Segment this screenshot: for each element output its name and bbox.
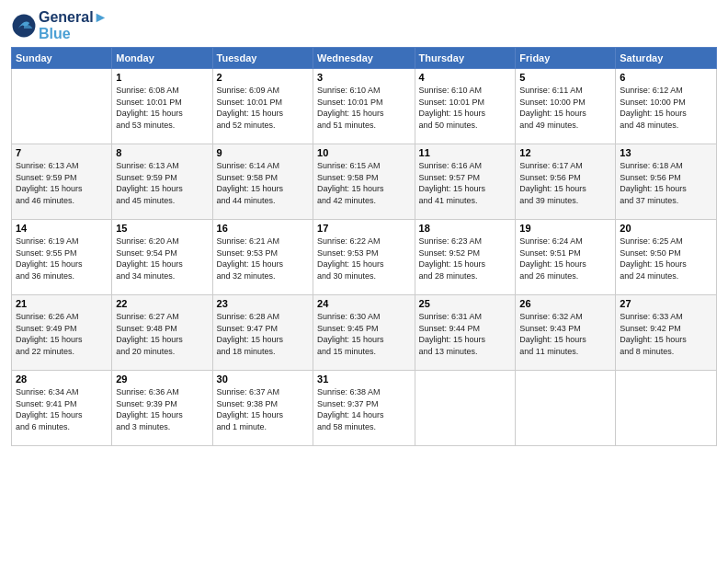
day-cell: 28Sunrise: 6:34 AM Sunset: 9:41 PM Dayli… bbox=[12, 371, 112, 446]
day-cell: 9Sunrise: 6:14 AM Sunset: 9:58 PM Daylig… bbox=[212, 144, 313, 220]
day-number: 15 bbox=[116, 223, 208, 234]
day-number: 19 bbox=[519, 223, 611, 234]
day-number: 10 bbox=[317, 147, 410, 158]
day-cell: 22Sunrise: 6:27 AM Sunset: 9:48 PM Dayli… bbox=[112, 295, 212, 371]
day-info: Sunrise: 6:17 AM Sunset: 9:56 PM Dayligh… bbox=[519, 160, 611, 206]
day-cell: 20Sunrise: 6:25 AM Sunset: 9:50 PM Dayli… bbox=[616, 220, 717, 295]
day-cell: 13Sunrise: 6:18 AM Sunset: 9:56 PM Dayli… bbox=[616, 144, 717, 220]
weekday-header-friday: Friday bbox=[516, 48, 616, 69]
day-number: 25 bbox=[419, 298, 512, 309]
day-info: Sunrise: 6:10 AM Sunset: 10:01 PM Daylig… bbox=[419, 85, 512, 131]
day-info: Sunrise: 6:23 AM Sunset: 9:52 PM Dayligh… bbox=[419, 236, 512, 282]
day-number: 24 bbox=[317, 298, 410, 309]
week-row-1: 7Sunrise: 6:13 AM Sunset: 9:59 PM Daylig… bbox=[12, 144, 717, 220]
day-info: Sunrise: 6:13 AM Sunset: 9:59 PM Dayligh… bbox=[16, 160, 108, 206]
day-number: 18 bbox=[419, 223, 512, 234]
day-cell: 7Sunrise: 6:13 AM Sunset: 9:59 PM Daylig… bbox=[12, 144, 112, 220]
day-info: Sunrise: 6:24 AM Sunset: 9:51 PM Dayligh… bbox=[519, 236, 611, 282]
day-info: Sunrise: 6:32 AM Sunset: 9:43 PM Dayligh… bbox=[519, 311, 611, 357]
logo-text: General► Blue bbox=[39, 9, 108, 41]
day-info: Sunrise: 6:10 AM Sunset: 10:01 PM Daylig… bbox=[317, 85, 410, 131]
day-info: Sunrise: 6:08 AM Sunset: 10:01 PM Daylig… bbox=[116, 85, 208, 131]
day-cell: 16Sunrise: 6:21 AM Sunset: 9:53 PM Dayli… bbox=[212, 220, 313, 295]
day-cell: 4Sunrise: 6:10 AM Sunset: 10:01 PM Dayli… bbox=[415, 69, 516, 144]
day-number: 23 bbox=[217, 298, 309, 309]
weekday-header-thursday: Thursday bbox=[415, 48, 516, 69]
day-number: 1 bbox=[116, 72, 208, 83]
weekday-header-tuesday: Tuesday bbox=[212, 48, 313, 69]
day-cell: 6Sunrise: 6:12 AM Sunset: 10:00 PM Dayli… bbox=[616, 69, 717, 144]
day-number: 21 bbox=[16, 298, 108, 309]
header: General► Blue bbox=[11, 9, 717, 41]
day-number: 9 bbox=[217, 147, 309, 158]
day-cell: 23Sunrise: 6:28 AM Sunset: 9:47 PM Dayli… bbox=[212, 295, 313, 371]
day-info: Sunrise: 6:31 AM Sunset: 9:44 PM Dayligh… bbox=[419, 311, 512, 357]
day-info: Sunrise: 6:09 AM Sunset: 10:01 PM Daylig… bbox=[217, 85, 309, 131]
day-cell: 15Sunrise: 6:20 AM Sunset: 9:54 PM Dayli… bbox=[112, 220, 212, 295]
day-number: 28 bbox=[16, 373, 108, 385]
day-info: Sunrise: 6:27 AM Sunset: 9:48 PM Dayligh… bbox=[116, 311, 208, 357]
weekday-header-monday: Monday bbox=[112, 48, 212, 69]
day-info: Sunrise: 6:11 AM Sunset: 10:00 PM Daylig… bbox=[519, 85, 611, 131]
day-number: 8 bbox=[116, 147, 208, 158]
day-cell: 18Sunrise: 6:23 AM Sunset: 9:52 PM Dayli… bbox=[415, 220, 516, 295]
day-number: 7 bbox=[16, 147, 108, 158]
day-number: 12 bbox=[519, 147, 611, 158]
day-info: Sunrise: 6:16 AM Sunset: 9:57 PM Dayligh… bbox=[419, 160, 512, 206]
day-cell: 19Sunrise: 6:24 AM Sunset: 9:51 PM Dayli… bbox=[516, 220, 616, 295]
day-cell: 17Sunrise: 6:22 AM Sunset: 9:53 PM Dayli… bbox=[313, 220, 415, 295]
day-cell: 25Sunrise: 6:31 AM Sunset: 9:44 PM Dayli… bbox=[415, 295, 516, 371]
day-info: Sunrise: 6:20 AM Sunset: 9:54 PM Dayligh… bbox=[116, 236, 208, 282]
day-cell bbox=[616, 371, 717, 446]
day-info: Sunrise: 6:26 AM Sunset: 9:49 PM Dayligh… bbox=[16, 311, 108, 357]
day-cell: 30Sunrise: 6:37 AM Sunset: 9:38 PM Dayli… bbox=[212, 371, 313, 446]
day-number: 5 bbox=[519, 72, 611, 83]
week-row-0: 1Sunrise: 6:08 AM Sunset: 10:01 PM Dayli… bbox=[12, 69, 717, 144]
day-number: 13 bbox=[620, 147, 712, 158]
day-number: 22 bbox=[116, 298, 208, 309]
day-cell: 1Sunrise: 6:08 AM Sunset: 10:01 PM Dayli… bbox=[112, 69, 212, 144]
day-cell: 29Sunrise: 6:36 AM Sunset: 9:39 PM Dayli… bbox=[112, 371, 212, 446]
day-info: Sunrise: 6:18 AM Sunset: 9:56 PM Dayligh… bbox=[620, 160, 712, 206]
day-cell: 31Sunrise: 6:38 AM Sunset: 9:37 PM Dayli… bbox=[313, 371, 415, 446]
weekday-header-row: SundayMondayTuesdayWednesdayThursdayFrid… bbox=[12, 48, 717, 69]
day-info: Sunrise: 6:12 AM Sunset: 10:00 PM Daylig… bbox=[620, 85, 712, 131]
day-cell bbox=[12, 69, 112, 144]
day-cell: 14Sunrise: 6:19 AM Sunset: 9:55 PM Dayli… bbox=[12, 220, 112, 295]
day-number: 31 bbox=[317, 373, 410, 385]
day-cell: 5Sunrise: 6:11 AM Sunset: 10:00 PM Dayli… bbox=[516, 69, 616, 144]
day-number: 4 bbox=[419, 72, 512, 83]
day-cell: 2Sunrise: 6:09 AM Sunset: 10:01 PM Dayli… bbox=[212, 69, 313, 144]
day-number: 3 bbox=[317, 72, 410, 83]
day-cell: 26Sunrise: 6:32 AM Sunset: 9:43 PM Dayli… bbox=[516, 295, 616, 371]
day-cell: 11Sunrise: 6:16 AM Sunset: 9:57 PM Dayli… bbox=[415, 144, 516, 220]
week-row-4: 28Sunrise: 6:34 AM Sunset: 9:41 PM Dayli… bbox=[12, 371, 717, 446]
day-cell bbox=[516, 371, 616, 446]
day-info: Sunrise: 6:15 AM Sunset: 9:58 PM Dayligh… bbox=[317, 160, 410, 206]
day-info: Sunrise: 6:37 AM Sunset: 9:38 PM Dayligh… bbox=[217, 386, 309, 432]
day-number: 27 bbox=[620, 298, 712, 309]
week-row-2: 14Sunrise: 6:19 AM Sunset: 9:55 PM Dayli… bbox=[12, 220, 717, 295]
day-cell: 8Sunrise: 6:13 AM Sunset: 9:59 PM Daylig… bbox=[112, 144, 212, 220]
day-info: Sunrise: 6:33 AM Sunset: 9:42 PM Dayligh… bbox=[620, 311, 712, 357]
day-number: 20 bbox=[620, 223, 712, 234]
day-cell: 12Sunrise: 6:17 AM Sunset: 9:56 PM Dayli… bbox=[516, 144, 616, 220]
calendar-table: SundayMondayTuesdayWednesdayThursdayFrid… bbox=[11, 47, 717, 446]
weekday-header-sunday: Sunday bbox=[12, 48, 112, 69]
weekday-header-saturday: Saturday bbox=[616, 48, 717, 69]
day-number: 6 bbox=[620, 72, 712, 83]
day-info: Sunrise: 6:22 AM Sunset: 9:53 PM Dayligh… bbox=[317, 236, 410, 282]
day-cell: 27Sunrise: 6:33 AM Sunset: 9:42 PM Dayli… bbox=[616, 295, 717, 371]
day-number: 29 bbox=[116, 373, 208, 385]
calendar-container: General► Blue SundayMondayTuesdayWednesd… bbox=[0, 0, 728, 563]
weekday-header-wednesday: Wednesday bbox=[313, 48, 415, 69]
day-cell: 24Sunrise: 6:30 AM Sunset: 9:45 PM Dayli… bbox=[313, 295, 415, 371]
day-number: 30 bbox=[217, 373, 309, 385]
logo: General► Blue bbox=[11, 9, 108, 41]
day-info: Sunrise: 6:13 AM Sunset: 9:59 PM Dayligh… bbox=[116, 160, 208, 206]
day-info: Sunrise: 6:34 AM Sunset: 9:41 PM Dayligh… bbox=[16, 386, 108, 432]
day-info: Sunrise: 6:25 AM Sunset: 9:50 PM Dayligh… bbox=[620, 236, 712, 282]
day-info: Sunrise: 6:38 AM Sunset: 9:37 PM Dayligh… bbox=[317, 386, 410, 432]
logo-icon bbox=[11, 13, 37, 39]
day-cell: 21Sunrise: 6:26 AM Sunset: 9:49 PM Dayli… bbox=[12, 295, 112, 371]
